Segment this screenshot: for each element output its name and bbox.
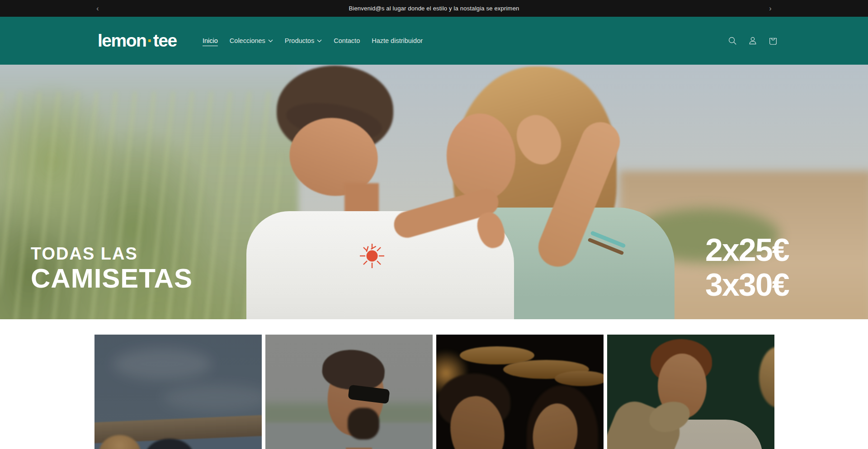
logo-part2: tee bbox=[153, 31, 177, 51]
collection-card-2[interactable] bbox=[265, 335, 433, 449]
collections-row bbox=[94, 335, 774, 449]
nav-label: Colecciones bbox=[230, 37, 265, 44]
nav-label: Hazte distribuidor bbox=[372, 37, 423, 44]
main-nav: Inicio Colecciones Productos Contacto Ha… bbox=[203, 17, 423, 65]
site-header: lemon·tee Inicio Colecciones Productos C… bbox=[0, 17, 868, 65]
nav-item-inicio[interactable]: Inicio bbox=[203, 37, 218, 44]
account-icon[interactable] bbox=[747, 35, 758, 46]
announcement-text: Bienvenid@s al lugar donde el estilo y l… bbox=[0, 0, 868, 17]
tshirt-sun-graphic bbox=[359, 243, 385, 269]
collection-card-1[interactable] bbox=[94, 335, 262, 449]
hero-offer-line1: 2x25€ bbox=[705, 233, 789, 268]
card-shade-overlay bbox=[265, 335, 433, 449]
announcement-bar: ‹ Bienvenid@s al lugar donde el estilo y… bbox=[0, 0, 868, 17]
collection-card-4[interactable] bbox=[607, 335, 774, 449]
logo-part1: lemon bbox=[98, 31, 146, 51]
chevron-down-icon bbox=[268, 39, 273, 43]
card-shade-overlay bbox=[94, 335, 262, 449]
card-shade-overlay bbox=[607, 335, 774, 449]
announcement-next-button[interactable]: › bbox=[764, 0, 777, 17]
nav-item-colecciones[interactable]: Colecciones bbox=[230, 37, 273, 44]
chevron-down-icon bbox=[317, 39, 322, 43]
nav-item-hazte-distribuidor[interactable]: Hazte distribuidor bbox=[372, 37, 423, 44]
hero-offer: 2x25€ 3x30€ bbox=[705, 233, 789, 302]
nav-item-productos[interactable]: Productos bbox=[285, 37, 322, 44]
hero-title-line1: TODAS LAS bbox=[31, 244, 193, 264]
nav-label: Productos bbox=[285, 37, 314, 44]
nav-label: Contacto bbox=[334, 37, 360, 44]
hero-offer-line2: 3x30€ bbox=[705, 268, 789, 302]
collection-card-3[interactable] bbox=[436, 335, 604, 449]
hero-title: TODAS LAS CAMISETAS bbox=[31, 244, 193, 293]
hero-title-line2: CAMISETAS bbox=[31, 264, 193, 293]
hero-banner: TODAS LAS CAMISETAS 2x25€ 3x30€ bbox=[0, 65, 868, 319]
card-shade-overlay bbox=[436, 335, 604, 449]
nav-label: Inicio bbox=[203, 37, 218, 44]
cart-icon[interactable] bbox=[768, 35, 778, 46]
header-icons bbox=[727, 17, 778, 65]
logo-dot: · bbox=[147, 31, 152, 51]
search-icon[interactable] bbox=[727, 35, 738, 46]
nav-item-contacto[interactable]: Contacto bbox=[334, 37, 360, 44]
brand-logo[interactable]: lemon·tee bbox=[98, 17, 177, 65]
